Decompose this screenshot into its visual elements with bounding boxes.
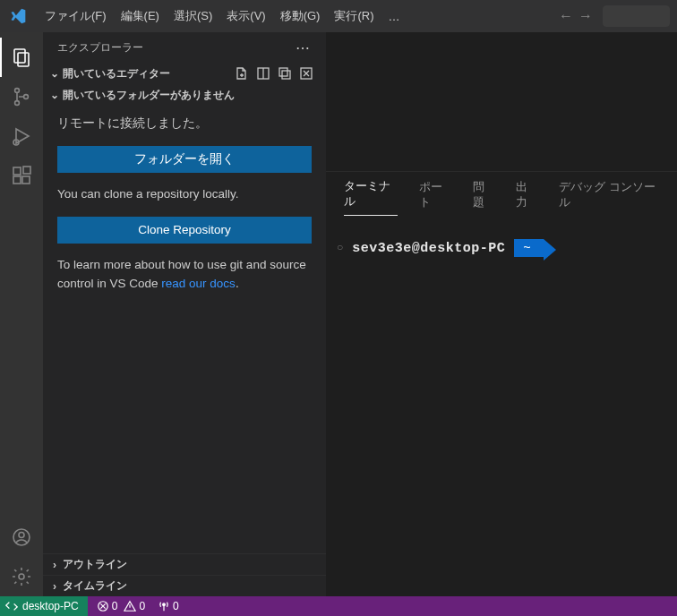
learn-message: To learn more about how to use git and s… [57,256,312,294]
svg-point-3 [15,101,20,106]
tab-output[interactable]: 出力 [516,180,537,216]
section-open-editors[interactable]: ⌄ 開いているエディター [43,63,326,84]
status-errors-count: 0 [112,600,118,612]
section-outline-label: アウトライン [63,557,127,572]
status-remote-host: desktop-PC [22,600,79,612]
svg-rect-15 [282,71,290,79]
svg-point-12 [19,574,24,579]
terminal-prompt-path: ~ [514,239,543,257]
panel-tabs: ターミナル ポート 問題 出力 デバッグ コンソール [326,172,677,216]
save-all-icon[interactable] [278,66,292,81]
svg-point-11 [19,533,24,538]
sidebar-more-icon[interactable]: ⋯ [296,39,312,56]
svg-rect-8 [22,176,30,184]
svg-point-2 [15,89,20,93]
status-ports[interactable]: 0 [158,600,179,612]
menubar: ファイル(F) 編集(E) 選択(S) 表示(V) 移動(G) 実行(R) … … [0,0,677,32]
section-timeline[interactable]: › タイムライン [43,575,326,596]
nav-forward-icon[interactable]: → [576,8,596,24]
section-no-folder[interactable]: ⌄ 開いているフォルダーがありません [43,84,326,106]
svg-rect-7 [13,176,21,184]
activity-accounts-icon[interactable] [0,518,43,557]
read-our-docs-link[interactable]: read our docs [161,277,236,290]
radio-tower-icon [158,600,170,612]
close-all-icon[interactable] [299,66,313,81]
section-open-editors-label: 開いているエディター [63,67,170,81]
sidebar-title: エクスプローラー [57,41,143,55]
menu-run[interactable]: 実行(R) [327,4,381,28]
command-center[interactable] [603,5,670,27]
activity-settings-icon[interactable] [0,557,43,596]
section-outline[interactable]: › アウトライン [43,553,326,575]
svg-rect-14 [279,68,287,76]
svg-rect-9 [23,167,30,174]
tab-debug-console[interactable]: デバッグ コンソール [559,180,659,216]
section-no-folder-label: 開いているフォルダーがありません [63,89,235,102]
tab-terminal[interactable]: ターミナル [344,179,398,216]
status-bar: desktop-PC 0 0 0 [0,596,677,616]
sidebar-title-row: エクスプローラー ⋯ [43,32,326,63]
menu-selection[interactable]: 選択(S) [167,4,219,28]
sidebar-body: リモートに接続しました。 フォルダーを開く You can clone a re… [43,106,326,553]
clone-repository-button[interactable]: Clone Repository [57,217,312,244]
connected-message: リモートに接続しました。 [57,115,312,133]
menu-view[interactable]: 表示(V) [219,4,272,28]
activity-bar [0,32,43,596]
terminal-marker-icon: ○ [337,242,343,254]
terminal-body[interactable]: ○ sev3e3e@desktop-PC ~ [326,216,677,280]
bottom-panel: ターミナル ポート 問題 出力 デバッグ コンソール ○ sev3e3e@des… [326,171,677,596]
svg-rect-1 [18,53,29,66]
editor-empty-area [326,32,677,171]
status-warnings-count: 0 [139,600,145,612]
sidebar-explorer: エクスプローラー ⋯ ⌄ 開いているエディター ⌄ 開いているフォルダーがありま… [43,32,326,596]
warning-icon [124,600,136,612]
clone-message: You can clone a repository locally. [57,185,312,204]
nav-back-icon[interactable]: ← [556,8,576,24]
menu-go[interactable]: 移動(G) [273,4,328,28]
chevron-right-icon: › [48,580,61,593]
menu-edit[interactable]: 編集(E) [114,4,167,28]
menu-overflow-icon[interactable]: … [381,6,408,27]
activity-source-control-icon[interactable] [0,77,43,116]
new-file-icon[interactable] [235,66,249,81]
section-timeline-label: タイムライン [63,578,127,594]
svg-point-4 [24,95,29,99]
status-ports-count: 0 [173,600,179,612]
tab-ports[interactable]: ポート [419,180,451,216]
chevron-down-icon: ⌄ [48,89,61,101]
chevron-right-icon: › [48,559,61,571]
tab-problems[interactable]: 問題 [473,180,494,216]
svg-point-18 [163,603,166,606]
editor-column: ターミナル ポート 問題 出力 デバッグ コンソール ○ sev3e3e@des… [326,32,677,596]
activity-explorer-icon[interactable] [0,38,43,77]
vscode-logo-icon [7,5,29,27]
svg-rect-0 [14,49,25,63]
status-problems[interactable]: 0 0 [97,600,145,612]
remote-icon [5,600,18,612]
status-remote[interactable]: desktop-PC [0,596,88,616]
open-folder-button[interactable]: フォルダーを開く [57,146,312,173]
activity-run-debug-icon[interactable] [0,116,43,156]
chevron-down-icon: ⌄ [48,67,61,80]
svg-rect-6 [13,167,21,175]
activity-extensions-icon[interactable] [0,156,43,195]
error-icon [97,600,109,612]
menu-file[interactable]: ファイル(F) [38,4,114,28]
terminal-prompt-user: sev3e3e@desktop-PC [352,241,505,256]
toggle-layout-icon[interactable] [256,66,270,81]
